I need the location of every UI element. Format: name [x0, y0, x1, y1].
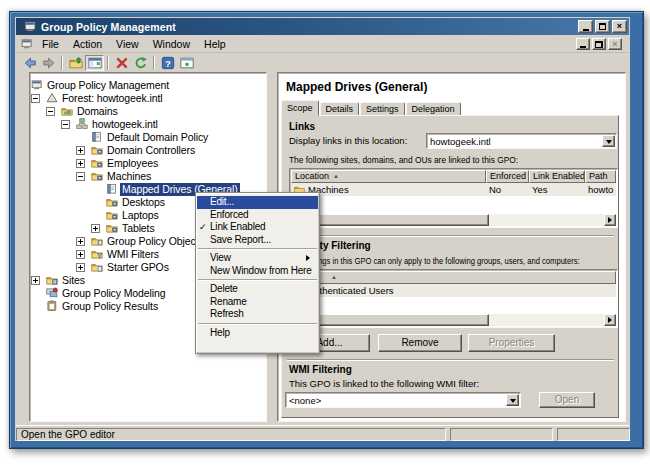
tree-item-label[interactable]: Laptops	[120, 209, 161, 222]
wmi-filter-combobox[interactable]: <none>	[285, 392, 521, 408]
tree-item-label[interactable]: Desktops	[120, 196, 167, 209]
remove-button[interactable]: Remove	[378, 334, 462, 352]
tree-expander-plus[interactable]	[76, 263, 85, 272]
column-header-location[interactable]: Location▲	[291, 170, 486, 183]
column-header-enforced[interactable]: Enforced	[486, 170, 529, 183]
scroll-right-button[interactable]	[604, 314, 616, 326]
tab-details[interactable]: Details	[320, 102, 360, 116]
tab-delegation[interactable]: Delegation	[406, 102, 461, 116]
status-section-3	[557, 428, 630, 441]
tree-item-label[interactable]: Domain Controllers	[105, 144, 197, 157]
context-menu-view[interactable]: View	[196, 252, 319, 265]
tree-item-label[interactable]: Employees	[105, 157, 160, 170]
tree-item-label[interactable]: Starter GPOs	[105, 261, 171, 274]
tree-item-label[interactable]: Tablets	[120, 222, 157, 235]
open-button[interactable]: Open	[539, 392, 595, 408]
security-list-header[interactable]: ▲	[291, 271, 616, 284]
tree-item-label[interactable]: Machines	[105, 170, 153, 183]
tree-expander-plus[interactable]	[76, 159, 85, 168]
toolbar-console-tree-toggle-icon[interactable]	[85, 55, 104, 71]
tree-expander-plus[interactable]	[76, 237, 85, 246]
tree-item-forest-howtogeek-intl[interactable]: Forest: howtogeek.intl	[30, 92, 266, 105]
location-combobox[interactable]: howtogeek.intl	[426, 133, 617, 149]
tree-expander-minus[interactable]	[31, 94, 40, 103]
tree-item-machines[interactable]: Machines	[30, 170, 266, 183]
links-list-hscrollbar[interactable]	[291, 214, 616, 226]
title-bar[interactable]: Group Policy Management ×	[16, 18, 629, 35]
links-list-header[interactable]: Location▲EnforcedLink EnabledPath	[291, 170, 616, 183]
context-menu-help[interactable]: Help	[196, 327, 319, 340]
security-listview[interactable]: ▲ Authenticated Users	[289, 269, 618, 328]
menu-file[interactable]: File	[35, 36, 66, 52]
tree-expander-minus[interactable]	[61, 120, 70, 129]
maximize-button[interactable]	[595, 20, 610, 33]
tree-expander-plus[interactable]	[76, 250, 85, 259]
column-header-link-enabled[interactable]: Link Enabled	[529, 170, 585, 183]
tab-scope[interactable]: Scope	[281, 100, 319, 116]
properties-button[interactable]: Properties	[468, 334, 555, 352]
toolbar-up-level-icon[interactable]	[66, 55, 85, 71]
tree-item-label[interactable]: Group Policy Modeling	[60, 287, 168, 300]
child-close-button[interactable]: ×	[608, 38, 622, 50]
menu-window[interactable]: Window	[146, 36, 197, 52]
location-combobox-dropdown-button[interactable]	[602, 135, 615, 147]
tree-item-label[interactable]: Group Policy Results	[60, 300, 160, 313]
tree-item-domain-controllers[interactable]: Domain Controllers	[30, 144, 266, 157]
menu-help[interactable]: Help	[197, 36, 233, 52]
tree-item-label[interactable]: WMI Filters	[105, 248, 161, 261]
minimize-button[interactable]	[578, 20, 593, 33]
context-menu-save-report[interactable]: Save Report...	[196, 234, 319, 247]
tree-expander-plus[interactable]	[76, 146, 85, 155]
menu-action[interactable]: Action	[66, 36, 109, 52]
context-menu-edit[interactable]: Edit...	[197, 196, 318, 209]
toolbar-forward-icon[interactable]	[39, 55, 58, 71]
wmi-filter-dropdown-button[interactable]	[506, 394, 519, 406]
tree-item-label[interactable]: Group Policy Objects	[105, 235, 206, 248]
security-list-hscrollbar[interactable]	[291, 314, 616, 326]
tree-item-howtogeek-intl[interactable]: howtogeek.intl	[30, 118, 266, 131]
child-restore-button[interactable]	[592, 38, 606, 50]
tree-item-employees[interactable]: Employees	[30, 157, 266, 170]
context-menu-link-enabled[interactable]: Link Enabled✓	[196, 221, 319, 234]
toolbar-help-icon[interactable]: ?	[158, 55, 177, 71]
group-policy-management-window: Group Policy Management × FileActionView…	[9, 11, 644, 449]
tree-item-domains[interactable]: Domains	[30, 105, 266, 118]
tree-item-label[interactable]: Group Policy Management	[45, 79, 171, 92]
context-menu-delete[interactable]: Delete	[196, 283, 319, 296]
toolbar-new-window-icon[interactable]	[177, 55, 196, 71]
tree-expander-plus[interactable]	[31, 276, 40, 285]
toolbar-refresh-icon[interactable]	[131, 55, 150, 71]
close-button[interactable]: ×	[612, 20, 627, 33]
security-list-row[interactable]: Authenticated Users	[291, 284, 616, 297]
status-bar: Open the GPO editor	[16, 425, 629, 442]
scroll-thumb[interactable]	[303, 214, 489, 226]
menu-view[interactable]: View	[109, 36, 146, 52]
context-menu-refresh[interactable]: Refresh	[196, 308, 319, 321]
domain-icon	[76, 118, 88, 130]
tree-item-label[interactable]: Default Domain Policy	[105, 131, 210, 144]
context-menu-new-window-from-here[interactable]: New Window from Here	[196, 265, 319, 278]
links-list-row[interactable]: MachinesNoYeshowto	[291, 183, 616, 196]
scroll-thumb[interactable]	[303, 314, 489, 326]
scroll-right-button[interactable]	[604, 214, 616, 226]
toolbar-delete-icon[interactable]	[112, 55, 131, 71]
context-menu-rename[interactable]: Rename	[196, 296, 319, 309]
svg-text:?: ?	[165, 57, 171, 68]
context-menu-enforced[interactable]: Enforced	[196, 209, 319, 222]
tree-item-label[interactable]: howtogeek.intl	[90, 118, 160, 131]
tree-expander-minus[interactable]	[46, 107, 55, 116]
tree-item-label[interactable]: Forest: howtogeek.intl	[60, 92, 165, 105]
column-header-path[interactable]: Path	[585, 170, 616, 183]
section-divider	[287, 359, 614, 361]
tree-item-default-domain-policy[interactable]: Default Domain Policy	[30, 131, 266, 144]
toolbar: ?	[16, 54, 629, 71]
toolbar-back-icon[interactable]	[20, 55, 39, 71]
tree-expander-minus[interactable]	[76, 172, 85, 181]
tree-expander-plus[interactable]	[91, 224, 100, 233]
links-listview[interactable]: Location▲EnforcedLink EnabledPath Machin…	[289, 168, 618, 228]
child-minimize-button[interactable]	[576, 38, 590, 50]
tree-item-label[interactable]: Sites	[60, 274, 87, 287]
tree-item-group-policy-management[interactable]: Group Policy Management	[30, 79, 266, 92]
tree-item-label[interactable]: Domains	[75, 105, 120, 118]
tab-settings[interactable]: Settings	[360, 102, 405, 116]
